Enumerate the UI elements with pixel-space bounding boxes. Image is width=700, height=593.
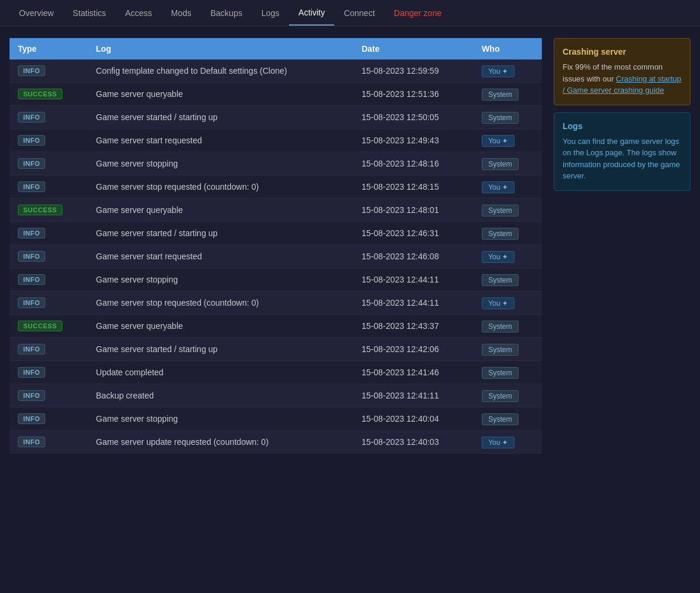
cell-who: System	[473, 106, 542, 129]
cell-date: 15-08-2023 12:44:11	[353, 268, 473, 291]
table-row: SUCCESSGame server queryable15-08-2023 1…	[10, 199, 542, 222]
cell-date: 15-08-2023 12:42:06	[353, 338, 473, 361]
who-badge: System	[482, 228, 519, 240]
cell-date: 15-08-2023 12:49:43	[353, 129, 473, 152]
nav-item-connect[interactable]: Connect	[334, 1, 384, 25]
table-row: INFOGame server started / starting up15-…	[10, 338, 542, 361]
cell-type: INFO	[10, 338, 87, 361]
type-badge: SUCCESS	[18, 321, 62, 331]
cell-type: SUCCESS	[10, 315, 87, 338]
who-badge: You ✦	[482, 297, 515, 309]
cell-log: Game server started / starting up	[87, 106, 353, 129]
col-log: Log	[87, 38, 353, 59]
who-badge: System	[482, 112, 519, 124]
who-badge: System	[482, 390, 519, 402]
cell-who: System	[473, 315, 542, 338]
nav-item-overview[interactable]: Overview	[10, 1, 63, 25]
table-row: SUCCESSGame server queryable15-08-2023 1…	[10, 83, 542, 106]
table-row: INFOGame server started / starting up15-…	[10, 106, 542, 129]
nav-item-access[interactable]: Access	[115, 1, 161, 25]
nav-item-backups[interactable]: Backups	[201, 1, 252, 25]
table-row: INFOGame server stopping15-08-2023 12:48…	[10, 152, 542, 175]
type-badge: INFO	[18, 181, 45, 192]
cell-log: Game server queryable	[87, 83, 353, 106]
cell-type: INFO	[10, 268, 87, 291]
cell-type: INFO	[10, 361, 87, 384]
cell-type: INFO	[10, 291, 87, 315]
who-badge: System	[482, 344, 519, 356]
cell-log: Game server stop requested (countdown: 0…	[87, 291, 353, 315]
who-badge: You ✦	[482, 135, 515, 147]
cell-log: Game server stop requested (countdown: 0…	[87, 175, 353, 199]
table-header-row: Type Log Date Who	[10, 38, 542, 59]
who-badge: You ✦	[482, 437, 515, 448]
type-badge: INFO	[18, 274, 45, 285]
table-row: INFOGame server start requested15-08-202…	[10, 129, 542, 152]
cell-date: 15-08-2023 12:59:59	[353, 59, 473, 83]
cell-date: 15-08-2023 12:48:01	[353, 199, 473, 222]
crash-card: Crashing server Fix 99% of the most comm…	[554, 38, 690, 105]
cell-who: System	[473, 222, 542, 245]
cell-who: You ✦	[473, 59, 542, 83]
cell-who: System	[473, 407, 542, 431]
cell-log: Game server start requested	[87, 245, 353, 268]
nav-item-logs[interactable]: Logs	[252, 1, 288, 25]
type-badge: INFO	[18, 228, 45, 239]
cell-type: INFO	[10, 245, 87, 268]
table-row: INFOBackup created15-08-2023 12:41:11Sys…	[10, 384, 542, 407]
cell-type: INFO	[10, 384, 87, 407]
cell-date: 15-08-2023 12:44:11	[353, 291, 473, 315]
cell-log: Backup created	[87, 384, 353, 407]
cell-log: Game server queryable	[87, 199, 353, 222]
cell-who: You ✦	[473, 245, 542, 268]
nav-item-activity[interactable]: Activity	[289, 1, 334, 26]
cell-date: 15-08-2023 12:51:36	[353, 83, 473, 106]
type-badge: INFO	[18, 413, 45, 424]
who-badge: System	[482, 367, 519, 379]
col-date: Date	[353, 38, 473, 59]
cell-log: Config template changed to Default setti…	[87, 59, 353, 83]
cell-date: 15-08-2023 12:41:11	[353, 384, 473, 407]
who-badge: You ✦	[482, 251, 515, 263]
nav-item-mods[interactable]: Mods	[162, 1, 201, 25]
table-row: INFOGame server stopping15-08-2023 12:40…	[10, 407, 542, 431]
cell-type: INFO	[10, 59, 87, 83]
type-badge: INFO	[18, 437, 45, 447]
cell-type: INFO	[10, 152, 87, 175]
type-badge: INFO	[18, 344, 45, 354]
cell-log: Game server started / starting up	[87, 338, 353, 361]
cell-type: SUCCESS	[10, 199, 87, 222]
nav-item-statistics[interactable]: Statistics	[63, 1, 115, 25]
cell-who: You ✦	[473, 431, 542, 454]
cell-type: SUCCESS	[10, 83, 87, 106]
cell-who: System	[473, 268, 542, 291]
cell-who: System	[473, 361, 542, 384]
cell-type: INFO	[10, 175, 87, 199]
who-badge: System	[482, 274, 519, 286]
logs-card: Logs You can find the game server logs o…	[554, 112, 690, 191]
type-badge: INFO	[18, 112, 45, 123]
cell-date: 15-08-2023 12:48:15	[353, 175, 473, 199]
who-badge: You ✦	[482, 65, 515, 77]
cell-log: Game server update requested (countdown:…	[87, 431, 353, 454]
table-row: INFOGame server start requested15-08-202…	[10, 245, 542, 268]
cell-who: System	[473, 83, 542, 106]
cell-who: You ✦	[473, 291, 542, 315]
cell-who: You ✦	[473, 175, 542, 199]
type-badge: INFO	[18, 390, 45, 401]
nav-item-danger-zone[interactable]: Danger zone	[384, 1, 451, 25]
cell-log: Game server stopping	[87, 152, 353, 175]
type-badge: SUCCESS	[18, 205, 62, 215]
type-badge: INFO	[18, 251, 45, 262]
cell-date: 15-08-2023 12:43:37	[353, 315, 473, 338]
cell-type: INFO	[10, 431, 87, 454]
navigation: OverviewStatisticsAccessModsBackupsLogsA…	[0, 0, 700, 26]
table-row: INFOGame server stopping15-08-2023 12:44…	[10, 268, 542, 291]
who-badge: System	[482, 321, 519, 332]
crash-card-title: Crashing server	[563, 47, 682, 57]
cell-log: Game server started / starting up	[87, 222, 353, 245]
cell-date: 15-08-2023 12:40:03	[353, 431, 473, 454]
cell-log: Game server queryable	[87, 315, 353, 338]
table-row: INFOConfig template changed to Default s…	[10, 59, 542, 83]
table-row: INFOGame server started / starting up15-…	[10, 222, 542, 245]
